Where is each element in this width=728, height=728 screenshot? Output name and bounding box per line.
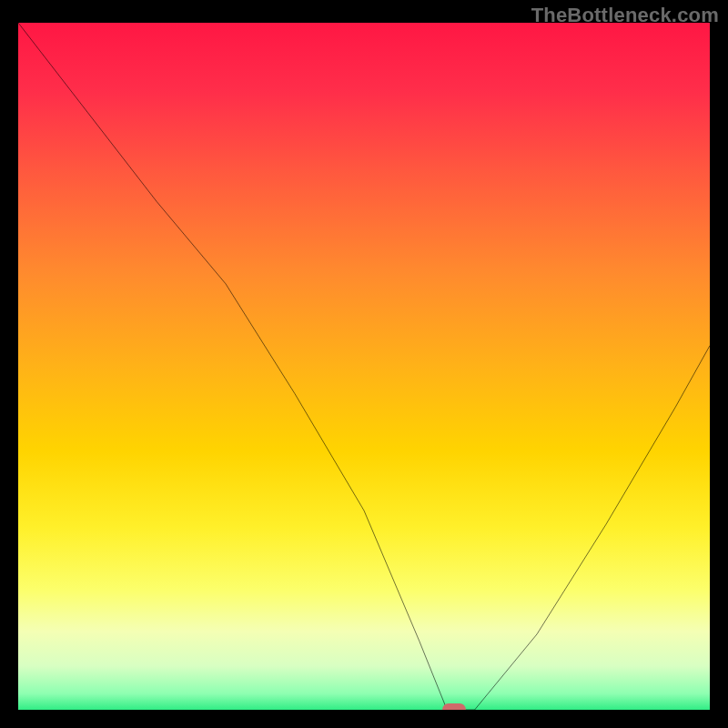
bottleneck-curve xyxy=(18,23,710,710)
optimal-point-marker xyxy=(442,703,466,710)
watermark-text: TheBottleneck.com xyxy=(531,4,719,27)
chart-frame: TheBottleneck.com xyxy=(0,0,728,728)
plot-area xyxy=(18,23,710,710)
